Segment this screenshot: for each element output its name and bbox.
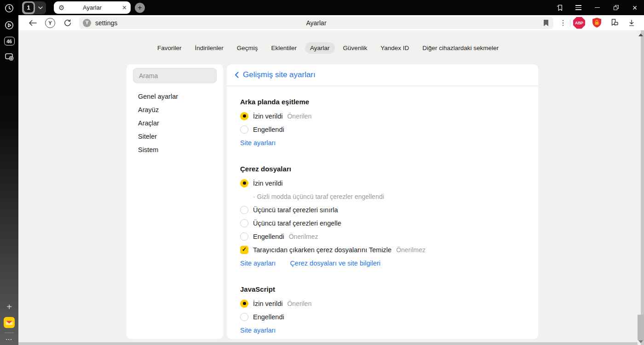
nav-tab[interactable]: Ayarlar: [305, 42, 335, 54]
settings-menu-item[interactable]: Arayüz: [126, 103, 223, 116]
section-title: Çerez dosyaları: [240, 164, 525, 174]
refresh-icon[interactable]: [59, 17, 76, 29]
settings-menu-list: Genel ayarlarArayüzAraçlarSitelerSistem: [126, 90, 223, 156]
panel-header: Gelişmiş site ayarları: [227, 64, 538, 86]
option-badge: Önerilmez: [396, 246, 426, 254]
section-links: Site ayarlarıÇerez dosyaları ve site bil…: [240, 260, 525, 267]
section-link[interactable]: Site ayarları: [240, 260, 276, 267]
site-favicon: Y: [83, 19, 91, 27]
nav-tab[interactable]: Eklentiler: [266, 42, 302, 54]
radio-button[interactable]: [240, 179, 248, 187]
option-row[interactable]: İzin verildiÖnerilen: [240, 109, 525, 123]
maximize-restore-icon[interactable]: [612, 4, 620, 11]
settings-menu-item[interactable]: Siteler: [126, 130, 223, 143]
player-icon[interactable]: [4, 20, 15, 31]
radio-button[interactable]: [240, 300, 248, 308]
nav-tab[interactable]: Diğer cihazlardaki sekmeler: [417, 42, 504, 54]
browser-tab-bar: 1 ⚙ Ayarlar × + ×: [18, 0, 644, 15]
option-row[interactable]: EngellendiÖnerilmez: [240, 230, 525, 243]
minimize-icon[interactable]: [593, 4, 601, 11]
option-row[interactable]: Engellendi: [240, 123, 525, 136]
settings-menu-item[interactable]: Sistem: [126, 143, 223, 156]
option-label: Tarayıcıdan çıkarken çerez dosyalarını T…: [253, 246, 391, 254]
tab-count: 1: [24, 3, 34, 12]
url-text: settings: [95, 19, 117, 27]
site-settings-panel: Gelişmiş site ayarları Arka planda eşitl…: [227, 64, 538, 339]
yandex-home-icon[interactable]: Y: [41, 17, 59, 29]
back-icon[interactable]: [24, 17, 41, 29]
toolbar-menu-icon[interactable]: ⋮: [556, 17, 570, 29]
screenshot-icon[interactable]: [4, 51, 15, 62]
add-panel-icon[interactable]: +: [4, 301, 15, 312]
tab-close-icon[interactable]: ×: [122, 4, 126, 11]
download-icon[interactable]: [623, 17, 640, 29]
yandex-mail-icon[interactable]: [4, 317, 15, 328]
address-bar[interactable]: Y settings Ayarlar: [79, 17, 553, 29]
settings-section: Arka planda eşitlemeİzin verildiÖnerilen…: [240, 97, 525, 147]
settings-menu-item[interactable]: Genel ayarlar: [126, 90, 223, 103]
option-row[interactable]: Engellendi: [240, 310, 525, 323]
section-title: JavaScript: [240, 285, 525, 294]
checkbox[interactable]: ✓: [240, 246, 248, 254]
more-options-icon[interactable]: •••: [6, 338, 12, 341]
scrollbar-thumb[interactable]: [638, 315, 644, 340]
page-title: Ayarlar: [79, 19, 553, 27]
section-header-title[interactable]: Gelişmiş site ayarları: [243, 70, 316, 79]
option-label: Üçüncü taraf çerezleri engelle: [253, 220, 341, 227]
option-row[interactable]: İzin verildiÖnerilen: [240, 297, 525, 310]
protect-shield-icon[interactable]: [588, 17, 605, 29]
nav-tab[interactable]: Geçmiş: [232, 42, 263, 54]
scroll-up-icon[interactable]: [638, 34, 643, 36]
browser-left-rail: 46 + •••: [0, 0, 18, 345]
option-badge: Önerilen: [287, 300, 311, 307]
tabs-dropdown-button[interactable]: [35, 1, 46, 14]
adblock-badge[interactable]: ABP: [570, 17, 588, 29]
option-label: İzin verildi: [253, 180, 282, 187]
bookmarks-panel-icon[interactable]: [556, 4, 563, 11]
option-row[interactable]: Üçüncü taraf çerezleri engelle: [240, 216, 525, 230]
counter-badge[interactable]: 46: [4, 37, 15, 45]
new-tab-button[interactable]: +: [135, 3, 145, 13]
browser-menu-icon[interactable]: [575, 4, 582, 11]
scroll-down-icon[interactable]: [638, 340, 643, 343]
option-row[interactable]: Üçüncü taraf çerezleri sınırla: [240, 203, 525, 216]
option-row[interactable]: İzin verildi: [240, 176, 525, 190]
settings-search-input[interactable]: [133, 68, 217, 83]
side-panel-icon[interactable]: [605, 17, 623, 29]
back-chevron-icon[interactable]: [235, 72, 239, 78]
option-note: · Gizli modda üçüncü taraf çerezler enge…: [240, 190, 525, 203]
window-close-icon[interactable]: ×: [631, 4, 638, 11]
radio-button[interactable]: [240, 313, 248, 321]
settings-section: JavaScriptİzin verildiÖnerilenEngellendi…: [240, 285, 525, 334]
browser-tab-active[interactable]: ⚙ Ayarlar ×: [54, 1, 131, 14]
option-row[interactable]: ✓Tarayıcıdan çıkarken çerez dosyalarını …: [240, 243, 525, 256]
radio-button[interactable]: [240, 112, 248, 120]
section-link[interactable]: Site ayarları: [240, 327, 276, 334]
history-clock-icon[interactable]: [4, 3, 15, 14]
section-link[interactable]: Çerez dosyaları ve site bilgileri: [290, 260, 380, 267]
tab-counter-button[interactable]: 1: [22, 1, 35, 14]
browser-toolbar: Y Y settings Ayarlar ⋮ ABP: [18, 15, 644, 30]
sections-container: Arka planda eşitlemeİzin verildiÖnerilen…: [227, 97, 538, 334]
section-link[interactable]: Site ayarları: [240, 139, 276, 147]
radio-button[interactable]: [240, 232, 248, 241]
section-title: Arka planda eşitleme: [240, 97, 525, 107]
settings-menu-item[interactable]: Araçlar: [126, 116, 223, 130]
option-label: Engellendi: [253, 233, 284, 240]
nav-tab[interactable]: İndirilenler: [190, 42, 229, 54]
nav-tab[interactable]: Favoriler: [152, 42, 187, 54]
settings-nav-tabs: FavorilerİndirilenlerGeçmişEklentilerAya…: [18, 42, 638, 54]
settings-section: Çerez dosyalarıİzin verildi· Gizli modda…: [240, 164, 525, 267]
radio-button[interactable]: [240, 219, 248, 227]
tab-title: Ayarlar: [54, 4, 131, 11]
window-bottom-edge: [18, 342, 644, 345]
radio-button[interactable]: [240, 125, 248, 134]
page-scrollbar[interactable]: [638, 30, 644, 345]
nav-tab[interactable]: Yandex ID: [375, 42, 414, 54]
bookmark-icon[interactable]: [543, 19, 549, 27]
option-label: Engellendi: [253, 313, 284, 321]
settings-menu-panel: Genel ayarlarArayüzAraçlarSitelerSistem: [126, 64, 223, 339]
nav-tab[interactable]: Güvenlik: [338, 42, 373, 54]
radio-button[interactable]: [240, 206, 248, 214]
section-links: Site ayarları: [240, 327, 525, 334]
